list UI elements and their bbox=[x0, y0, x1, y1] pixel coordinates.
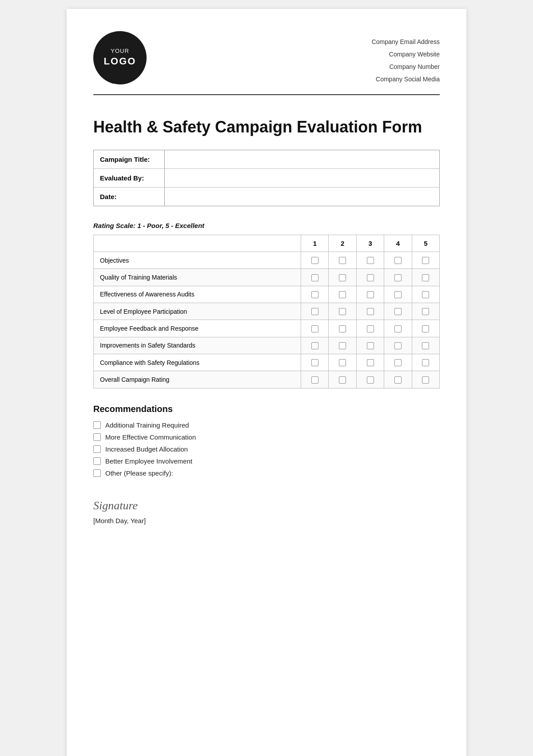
rating-checkbox-1-4[interactable] bbox=[384, 252, 412, 269]
table-row: Effectiveness of Awareness Audits bbox=[94, 286, 440, 303]
info-table: Campaign Title: Evaluated By: Date: bbox=[93, 150, 440, 206]
rating-checkbox-2-1[interactable] bbox=[301, 269, 329, 286]
rating-checkbox-2-2[interactable] bbox=[329, 269, 356, 286]
rating-header-row: 1 2 3 4 5 bbox=[94, 235, 440, 252]
rating-checkbox-3-1[interactable] bbox=[301, 286, 329, 303]
date-label: Date: bbox=[94, 188, 165, 206]
rating-checkbox-6-4[interactable] bbox=[384, 337, 412, 354]
rec-label: Other (Please specify): bbox=[105, 469, 173, 477]
rating-checkbox-7-5[interactable] bbox=[412, 354, 439, 371]
table-row: Date: bbox=[94, 188, 440, 206]
rec-checkbox-3[interactable] bbox=[93, 445, 101, 453]
rec-label: Additional Training Required bbox=[105, 421, 189, 429]
rating-checkbox-4-3[interactable] bbox=[356, 303, 384, 320]
rating-checkbox-6-5[interactable] bbox=[412, 337, 439, 354]
company-email: Company Email Address bbox=[372, 36, 440, 48]
table-row: Level of Employee Participation bbox=[94, 303, 440, 320]
rating-checkbox-1-1[interactable] bbox=[301, 252, 329, 269]
rating-header-criteria bbox=[94, 235, 301, 252]
rating-checkbox-8-3[interactable] bbox=[356, 371, 384, 388]
list-item[interactable]: More Effective Communication bbox=[93, 433, 440, 441]
table-row: Compliance with Safety Regulations bbox=[94, 354, 440, 371]
rating-checkbox-1-3[interactable] bbox=[356, 252, 384, 269]
rating-checkbox-7-1[interactable] bbox=[301, 354, 329, 371]
recommendations-list: Additional Training RequiredMore Effecti… bbox=[93, 421, 440, 477]
rec-label: Better Employee Involvement bbox=[105, 457, 192, 465]
rating-header-4: 4 bbox=[384, 235, 412, 252]
rating-checkbox-8-1[interactable] bbox=[301, 371, 329, 388]
table-row: Employee Feedback and Response bbox=[94, 320, 440, 337]
rating-checkbox-4-4[interactable] bbox=[384, 303, 412, 320]
rating-row-label: Objectives bbox=[94, 252, 301, 269]
rating-row-label: Quality of Training Materials bbox=[94, 269, 301, 286]
company-website: Company Website bbox=[372, 48, 440, 60]
company-logo: YOUR LOGO bbox=[93, 31, 147, 84]
list-item[interactable]: Other (Please specify): bbox=[93, 469, 440, 477]
list-item[interactable]: Increased Budget Allocation bbox=[93, 445, 440, 453]
rating-header-5: 5 bbox=[412, 235, 439, 252]
rating-row-label: Compliance with Safety Regulations bbox=[94, 354, 301, 371]
company-social: Company Social Media bbox=[372, 73, 440, 85]
rec-label: More Effective Communication bbox=[105, 433, 196, 441]
header: YOUR LOGO Company Email Address Company … bbox=[93, 31, 440, 85]
rating-checkbox-3-5[interactable] bbox=[412, 286, 439, 303]
rating-checkbox-5-2[interactable] bbox=[329, 320, 356, 337]
rating-checkbox-4-2[interactable] bbox=[329, 303, 356, 320]
rating-row-label: Overall Campaign Rating bbox=[94, 371, 301, 388]
rating-row-label: Improvements in Safety Standards bbox=[94, 337, 301, 354]
rating-checkbox-2-5[interactable] bbox=[412, 269, 439, 286]
header-divider bbox=[93, 94, 440, 95]
rec-checkbox-4[interactable] bbox=[93, 457, 101, 465]
rating-checkbox-2-3[interactable] bbox=[356, 269, 384, 286]
rating-checkbox-6-2[interactable] bbox=[329, 337, 356, 354]
rating-checkbox-3-2[interactable] bbox=[329, 286, 356, 303]
rating-checkbox-8-2[interactable] bbox=[329, 371, 356, 388]
rec-checkbox-2[interactable] bbox=[93, 433, 101, 441]
rating-checkbox-5-4[interactable] bbox=[384, 320, 412, 337]
rating-checkbox-3-3[interactable] bbox=[356, 286, 384, 303]
rating-scale-label: Rating Scale: 1 - Poor, 5 - Excellent bbox=[93, 222, 440, 229]
evaluated-by-value[interactable] bbox=[165, 169, 440, 188]
rating-checkbox-1-5[interactable] bbox=[412, 252, 439, 269]
date-value[interactable] bbox=[165, 188, 440, 206]
rating-table: 1 2 3 4 5 ObjectivesQuality of Training … bbox=[93, 235, 440, 388]
rating-row-label: Level of Employee Participation bbox=[94, 303, 301, 320]
rating-checkbox-8-5[interactable] bbox=[412, 371, 439, 388]
rec-checkbox-5[interactable] bbox=[93, 469, 101, 477]
rating-checkbox-5-5[interactable] bbox=[412, 320, 439, 337]
rating-checkbox-4-5[interactable] bbox=[412, 303, 439, 320]
rating-checkbox-6-1[interactable] bbox=[301, 337, 329, 354]
company-number: Company Number bbox=[372, 60, 440, 73]
table-row: Improvements in Safety Standards bbox=[94, 337, 440, 354]
rating-row-label: Effectiveness of Awareness Audits bbox=[94, 286, 301, 303]
table-row: Objectives bbox=[94, 252, 440, 269]
rating-checkbox-3-4[interactable] bbox=[384, 286, 412, 303]
rating-header-1: 1 bbox=[301, 235, 329, 252]
campaign-title-value[interactable] bbox=[165, 150, 440, 169]
rating-checkbox-4-1[interactable] bbox=[301, 303, 329, 320]
rating-checkbox-7-4[interactable] bbox=[384, 354, 412, 371]
table-row: Quality of Training Materials bbox=[94, 269, 440, 286]
rating-checkbox-2-4[interactable] bbox=[384, 269, 412, 286]
signature-section: Signature [Month Day, Year] bbox=[93, 499, 440, 524]
list-item[interactable]: Better Employee Involvement bbox=[93, 457, 440, 465]
rating-checkbox-7-3[interactable] bbox=[356, 354, 384, 371]
rating-checkbox-7-2[interactable] bbox=[329, 354, 356, 371]
rating-header-2: 2 bbox=[329, 235, 356, 252]
rec-checkbox-1[interactable] bbox=[93, 421, 101, 429]
page: YOUR LOGO Company Email Address Company … bbox=[67, 9, 466, 756]
rating-checkbox-8-4[interactable] bbox=[384, 371, 412, 388]
evaluated-by-label: Evaluated By: bbox=[94, 169, 165, 188]
table-row: Overall Campaign Rating bbox=[94, 371, 440, 388]
table-row: Evaluated By: bbox=[94, 169, 440, 188]
rating-checkbox-1-2[interactable] bbox=[329, 252, 356, 269]
list-item[interactable]: Additional Training Required bbox=[93, 421, 440, 429]
logo-line1: YOUR bbox=[111, 48, 129, 55]
logo-line2: LOGO bbox=[104, 55, 136, 68]
rating-checkbox-6-3[interactable] bbox=[356, 337, 384, 354]
rating-checkbox-5-3[interactable] bbox=[356, 320, 384, 337]
rating-row-label: Employee Feedback and Response bbox=[94, 320, 301, 337]
signature-label: Signature bbox=[93, 499, 440, 512]
rating-checkbox-5-1[interactable] bbox=[301, 320, 329, 337]
form-title: Health & Safety Campaign Evaluation Form bbox=[93, 117, 440, 136]
